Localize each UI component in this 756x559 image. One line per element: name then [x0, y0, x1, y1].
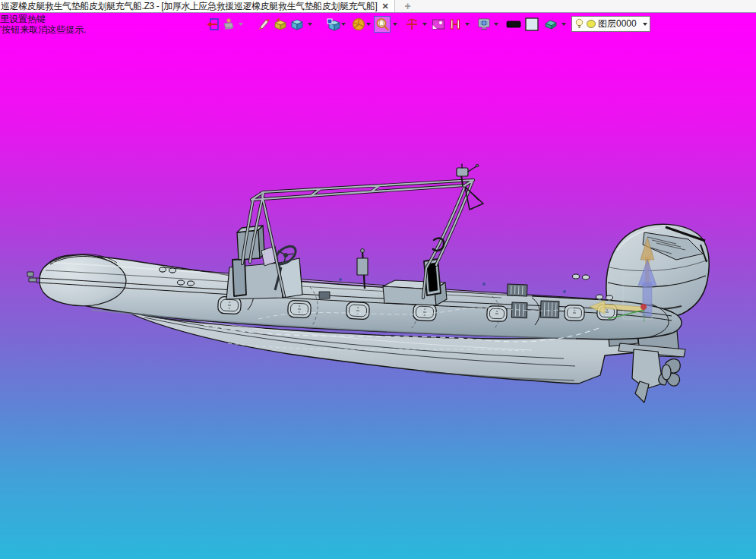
- triad-z-arrow: [638, 260, 656, 316]
- dropdown-caret[interactable]: [393, 23, 397, 26]
- center-console: [226, 226, 302, 299]
- layer-combo-caret-icon[interactable]: [643, 23, 647, 26]
- sketch-pencil-icon[interactable]: [256, 17, 271, 32]
- document-tab-title: 巡逻橡皮艇救生气垫船皮划艇充气船.Z3 - [加厚水上应急救援巡逻橡皮艇救生气垫…: [1, 0, 377, 13]
- display-settings-icon[interactable]: [476, 17, 492, 32]
- section-pie-icon[interactable]: [351, 17, 366, 32]
- triad-x-arrow: [590, 301, 643, 314]
- layer-visibility-bulb-icon[interactable]: [574, 18, 584, 30]
- tab-close-icon[interactable]: ✕: [381, 2, 388, 11]
- solid-box-icon[interactable]: [289, 17, 305, 32]
- box-face-icon[interactable]: [326, 17, 341, 32]
- rotate-view-icon[interactable]: [404, 17, 419, 32]
- coordinate-triad: [590, 237, 656, 322]
- dropdown-caret[interactable]: [366, 23, 371, 26]
- outboard-lower-unit: [606, 307, 685, 403]
- layer-color-icon: [586, 19, 596, 29]
- dropdown-caret[interactable]: [341, 23, 346, 26]
- dropdown-caret[interactable]: [561, 23, 566, 26]
- steering-wheel: [273, 243, 299, 290]
- tab-bar: 巡逻橡皮艇救生气垫船皮划艇充气船.Z3 - [加厚水上应急救援巡逻橡皮艇救生气垫…: [0, 0, 756, 13]
- deck-equipment: [357, 249, 447, 306]
- layer-combo-label: 图层0000: [598, 17, 637, 30]
- layer-combo[interactable]: 图层0000: [571, 16, 650, 32]
- dropdown-caret[interactable]: [494, 23, 498, 26]
- exit-sketch-icon[interactable]: [205, 17, 220, 32]
- align-views-icon[interactable]: [448, 17, 463, 32]
- extrude-box-icon[interactable]: [273, 17, 288, 32]
- undo-tool-icon-disabled[interactable]: [221, 17, 236, 32]
- black-swatch-icon[interactable]: [506, 17, 521, 32]
- document-tab[interactable]: 巡逻橡皮艇救生气垫船皮划艇充气船.Z3 - [加厚水上应急救援巡逻橡皮艇救生气垫…: [0, 0, 395, 12]
- hint-line-2: '按钮来取消这些提示.: [0, 25, 87, 36]
- propeller: [659, 359, 680, 386]
- bow-eye: [27, 272, 36, 282]
- canopy-frame: [242, 164, 483, 298]
- boat-model: [0, 13, 756, 559]
- dropdown-caret[interactable]: [422, 23, 427, 26]
- eraser-shape-icon[interactable]: [543, 17, 558, 32]
- hint-text: 里设置热键 '按钮来取消这些提示.: [0, 14, 87, 35]
- zoom-window-icon[interactable]: [431, 17, 446, 32]
- outboard-cowling: [606, 224, 709, 320]
- triad-y-axis: [608, 310, 644, 319]
- triad-origin: [641, 304, 647, 310]
- dropdown-caret[interactable]: [239, 23, 243, 26]
- tube-patches: [217, 296, 617, 321]
- graphics-viewport[interactable]: 里设置热键 '按钮来取消这些提示.: [0, 13, 756, 559]
- triad-up-arrow-tan: [641, 237, 654, 286]
- white-swatch-icon[interactable]: [524, 17, 539, 32]
- zoom-magnifier-icon[interactable]: [374, 16, 391, 33]
- dropdown-caret[interactable]: [465, 23, 470, 26]
- mast-light: [457, 164, 483, 210]
- inflatable-tube: [36, 254, 682, 339]
- construction-curves: [204, 307, 599, 351]
- new-tab-button[interactable]: +: [395, 0, 421, 12]
- deck-fittings: [27, 267, 613, 318]
- boat-hull: [114, 306, 644, 384]
- dropdown-caret[interactable]: [308, 23, 312, 26]
- hint-line-1: 里设置热键: [0, 14, 87, 25]
